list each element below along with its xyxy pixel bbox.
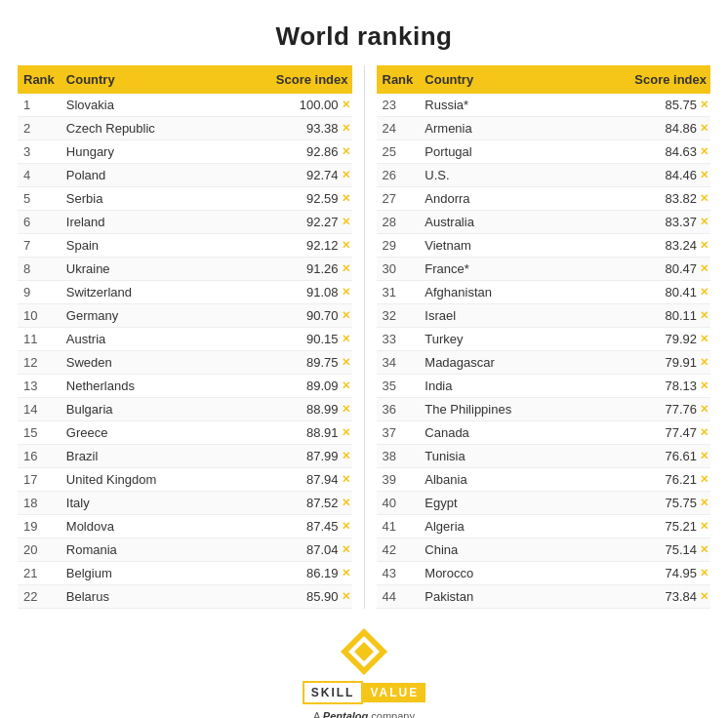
score-cell: 87.45 ✕ <box>222 515 352 538</box>
rank-cell: 39 <box>377 468 420 492</box>
left-table-section: Rank Country Score index 1 Slovakia 100.… <box>10 65 360 609</box>
country-cell: Afghanistan <box>419 281 578 304</box>
table-row: 2 Czech Republic 93.38 ✕ <box>18 117 352 140</box>
score-value: 79.91 <box>665 355 697 370</box>
country-cell: Austria <box>61 328 222 351</box>
score-cell: 92.59 ✕ <box>222 187 352 211</box>
table-row: 15 Greece 88.91 ✕ <box>18 421 352 445</box>
x-icon: ✕ <box>700 497 708 509</box>
score-cell: 88.91 ✕ <box>222 421 352 445</box>
x-icon: ✕ <box>700 590 708 603</box>
score-cell: 83.37 ✕ <box>579 211 710 234</box>
score-cell: 89.09 ✕ <box>222 375 352 398</box>
x-icon: ✕ <box>700 426 708 439</box>
score-value: 89.75 <box>306 355 339 370</box>
tables-wrapper: Rank Country Score index 1 Slovakia 100.… <box>0 65 728 609</box>
score-value: 87.45 <box>306 519 339 534</box>
rank-cell: 8 <box>18 258 61 281</box>
rank-cell: 28 <box>377 211 420 234</box>
country-cell: Madagascar <box>419 351 578 375</box>
score-value: 85.90 <box>306 589 339 604</box>
x-icon: ✕ <box>342 216 350 228</box>
score-value: 88.99 <box>306 402 339 417</box>
score-value: 83.37 <box>665 215 697 229</box>
score-cell: 78.13 ✕ <box>579 375 710 398</box>
table-row: 40 Egypt 75.75 ✕ <box>377 492 711 515</box>
country-cell: Andorra <box>419 187 578 211</box>
country-cell: U.S. <box>419 164 578 187</box>
x-icon: ✕ <box>342 403 350 416</box>
table-row: 29 Vietnam 83.24 ✕ <box>377 234 711 258</box>
table-row: 27 Andorra 83.82 ✕ <box>377 187 711 211</box>
table-row: 36 The Philippines 77.76 ✕ <box>377 398 711 421</box>
score-value: 80.11 <box>665 308 697 323</box>
table-row: 26 U.S. 84.46 ✕ <box>377 164 711 187</box>
score-cell: 84.46 ✕ <box>579 164 710 187</box>
table-row: 18 Italy 87.52 ✕ <box>18 492 352 515</box>
score-cell: 83.82 ✕ <box>579 187 710 211</box>
right-header-rank: Rank <box>377 65 420 94</box>
score-value: 77.47 <box>665 425 697 440</box>
table-row: 13 Netherlands 89.09 ✕ <box>18 375 352 398</box>
score-value: 87.99 <box>306 449 339 463</box>
score-value: 92.74 <box>306 168 339 182</box>
brand-skill: SKILL <box>303 681 364 704</box>
score-value: 84.63 <box>665 144 697 159</box>
x-icon: ✕ <box>342 473 350 486</box>
x-icon: ✕ <box>342 520 350 533</box>
country-cell: Armenia <box>419 117 578 140</box>
country-cell: Belgium <box>61 562 222 585</box>
score-value: 79.92 <box>665 332 697 346</box>
table-row: 37 Canada 77.47 ✕ <box>377 421 711 445</box>
score-value: 76.21 <box>665 472 697 487</box>
left-ranking-table: Rank Country Score index 1 Slovakia 100.… <box>18 65 352 609</box>
table-row: 34 Madagascar 79.91 ✕ <box>377 351 711 375</box>
rank-cell: 26 <box>377 164 420 187</box>
brand-bar: SKILL VALUE <box>303 681 425 704</box>
rank-cell: 25 <box>377 140 420 164</box>
country-cell: China <box>419 538 578 562</box>
rank-cell: 5 <box>18 187 61 211</box>
score-cell: 84.86 ✕ <box>579 117 710 140</box>
x-icon: ✕ <box>700 473 708 486</box>
rank-cell: 16 <box>18 445 61 468</box>
country-cell: Hungary <box>61 140 222 164</box>
table-row: 41 Algeria 75.21 ✕ <box>377 515 711 538</box>
x-icon: ✕ <box>342 590 350 603</box>
score-cell: 90.70 ✕ <box>222 304 352 328</box>
rank-cell: 12 <box>18 351 61 375</box>
country-cell: Slovakia <box>61 94 222 117</box>
country-cell: Italy <box>61 492 222 515</box>
country-cell: Australia <box>419 211 578 234</box>
table-row: 20 Romania 87.04 ✕ <box>18 538 352 562</box>
country-cell: Brazil <box>61 445 222 468</box>
table-row: 30 France* 80.47 ✕ <box>377 258 711 281</box>
score-cell: 87.99 ✕ <box>222 445 352 468</box>
score-cell: 75.75 ✕ <box>579 492 710 515</box>
rank-cell: 6 <box>18 211 61 234</box>
country-cell: Turkey <box>419 328 578 351</box>
table-row: 32 Israel 80.11 ✕ <box>377 304 711 328</box>
score-value: 78.13 <box>665 379 697 393</box>
x-icon: ✕ <box>700 216 708 228</box>
country-cell: Vietnam <box>419 234 578 258</box>
right-ranking-table: Rank Country Score index 23 Russia* 85.7… <box>377 65 711 609</box>
score-value: 86.19 <box>306 566 339 580</box>
country-cell: Romania <box>61 538 222 562</box>
table-row: 33 Turkey 79.92 ✕ <box>377 328 711 351</box>
x-icon: ✕ <box>342 379 350 392</box>
score-cell: 100.00 ✕ <box>222 94 352 117</box>
score-cell: 83.24 ✕ <box>579 234 710 258</box>
table-row: 21 Belgium 86.19 ✕ <box>18 562 352 585</box>
x-icon: ✕ <box>700 567 708 579</box>
score-value: 87.04 <box>306 542 339 557</box>
table-row: 24 Armenia 84.86 ✕ <box>377 117 711 140</box>
x-icon: ✕ <box>700 145 708 158</box>
x-icon: ✕ <box>342 497 350 509</box>
score-cell: 75.14 ✕ <box>579 538 710 562</box>
score-cell: 91.26 ✕ <box>222 258 352 281</box>
x-icon: ✕ <box>342 192 350 205</box>
score-cell: 92.27 ✕ <box>222 211 352 234</box>
x-icon: ✕ <box>700 286 708 299</box>
rank-cell: 1 <box>18 94 61 117</box>
